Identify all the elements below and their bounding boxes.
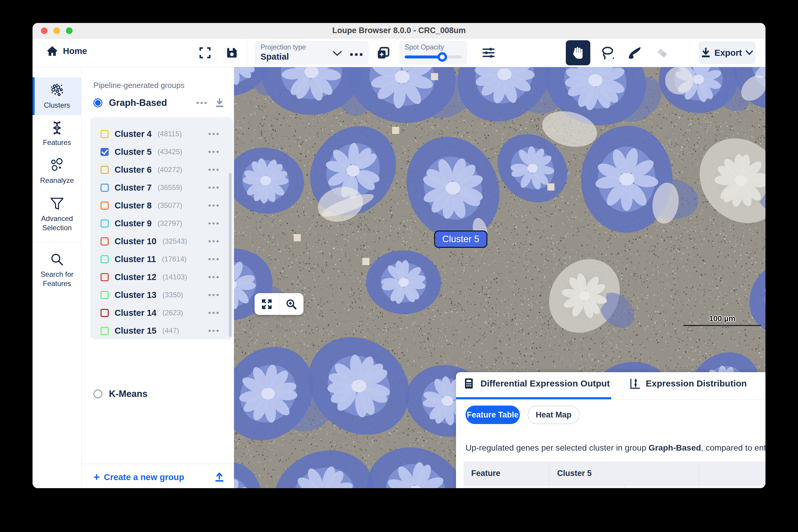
cluster-more-button[interactable]: ●●● <box>208 238 220 244</box>
export-button[interactable]: Export <box>699 41 755 64</box>
cluster-more-button[interactable]: ●●● <box>208 310 220 316</box>
spatial-view[interactable]: Cluster 5 100 µm Differential Expression… <box>234 67 765 488</box>
cluster-row[interactable]: Cluster 8(35077)●●● <box>101 196 233 214</box>
dna-icon <box>50 120 65 135</box>
cluster-row[interactable]: Cluster 9(32797)●●● <box>101 214 233 232</box>
cluster-checkbox[interactable] <box>101 202 109 210</box>
chevron-down-icon <box>745 50 753 55</box>
cluster-count: (17614) <box>162 255 187 263</box>
eraser-icon <box>656 46 669 59</box>
scale-bar: 100 µm <box>684 314 761 326</box>
cluster-row[interactable]: Cluster 13(3350)●●● <box>101 286 233 304</box>
home-button[interactable]: Home <box>46 45 87 57</box>
cluster-checkbox[interactable] <box>101 327 109 335</box>
cluster-row[interactable]: Cluster 14(2623)●●● <box>101 304 233 322</box>
radio-unselected-icon[interactable] <box>93 390 102 398</box>
brush-tool-button[interactable] <box>622 40 647 65</box>
column-pvalue[interactable]: P-Value? <box>625 486 699 488</box>
save-icon[interactable] <box>226 47 238 59</box>
download-group-icon[interactable] <box>215 98 225 108</box>
sidebar-item-clusters[interactable]: Clusters <box>33 77 81 115</box>
cluster-checkbox[interactable] <box>101 184 109 192</box>
cluster-more-button[interactable]: ●●● <box>208 274 220 280</box>
window-title: Loupe Browser 8.0.0 - CRC_008um <box>332 26 466 35</box>
new-window-icon[interactable] <box>376 46 390 60</box>
pan-tool-button[interactable] <box>566 40 590 65</box>
plus-icon: + <box>93 471 100 483</box>
download-icon <box>701 48 711 58</box>
cluster-row[interactable]: Cluster 7(36559)●●● <box>101 178 233 196</box>
zoom-in-button[interactable] <box>279 293 304 315</box>
minimize-window-button[interactable] <box>53 27 60 34</box>
cluster-row[interactable]: Cluster 10(32543)●●● <box>101 232 233 250</box>
feature-table-toggle[interactable]: Feature Table <box>466 405 520 424</box>
cluster-more-button[interactable]: ●●● <box>208 256 220 262</box>
cluster-checkbox[interactable] <box>101 130 109 138</box>
slider-thumb[interactable] <box>437 52 447 62</box>
projection-more-button[interactable]: ●●● <box>349 51 364 58</box>
upload-icon[interactable] <box>214 472 225 482</box>
cluster-list-scrollbar[interactable] <box>229 173 232 337</box>
chevron-down-icon <box>332 50 342 57</box>
lasso-tool-button[interactable] <box>595 40 619 65</box>
cluster-count: (48115) <box>158 130 182 138</box>
eraser-tool-button[interactable] <box>650 40 674 65</box>
group-kmeans[interactable]: K-Means <box>93 388 147 399</box>
search-icon <box>49 252 65 267</box>
cluster-row[interactable]: Cluster 5(43425)●●● <box>101 143 233 161</box>
sidebar-item-search-features[interactable]: Search for Features <box>33 246 81 293</box>
cluster-checkbox[interactable] <box>101 238 109 245</box>
fit-view-button[interactable] <box>255 293 279 315</box>
clusters-icon <box>49 82 65 98</box>
cluster-name: Cluster 7 <box>114 183 151 193</box>
column-l2fc[interactable]: L2FC? <box>549 486 625 488</box>
sidebar-item-reanalyze[interactable]: Reanalyze <box>33 152 81 190</box>
cluster-more-button[interactable]: ●●● <box>208 149 220 155</box>
cluster-row[interactable]: Cluster 15(447)●●● <box>101 322 233 339</box>
cluster-checkbox[interactable] <box>101 309 109 317</box>
cluster-more-button[interactable]: ●●● <box>208 292 220 298</box>
view-settings-icon[interactable] <box>482 46 495 59</box>
spot-opacity-slider[interactable] <box>405 55 462 58</box>
cluster-checkbox[interactable] <box>101 255 109 263</box>
brush-icon <box>628 46 641 60</box>
radio-selected-icon[interactable] <box>93 98 102 107</box>
cluster-more-button[interactable]: ●●● <box>208 328 220 334</box>
cluster-count: (40272) <box>158 166 182 174</box>
fullscreen-icon[interactable] <box>199 47 211 59</box>
cluster-more-button[interactable]: ●●● <box>208 131 220 137</box>
tab-expression-distribution[interactable]: Expression Distribution <box>629 378 747 390</box>
zoom-window-button[interactable] <box>66 27 73 34</box>
heat-map-toggle[interactable]: Heat Map <box>528 405 580 424</box>
cluster-row[interactable]: Cluster 12(14103)●●● <box>101 268 233 286</box>
cluster-count: (3350) <box>162 291 183 299</box>
group-graph-based[interactable]: Graph-Based ●●● <box>93 97 225 108</box>
sidebar-item-advanced-selection[interactable]: Advanced Selection <box>33 191 81 238</box>
titlebar: Loupe Browser 8.0.0 - CRC_008um <box>33 23 765 38</box>
cluster-checkbox[interactable] <box>101 220 109 228</box>
cluster-checkbox[interactable] <box>101 291 109 299</box>
cluster-more-button[interactable]: ●●● <box>208 185 220 191</box>
table-group-header: Feature Cluster 5 <box>464 462 765 485</box>
tab-differential-expression-output[interactable]: Differential Expression Output <box>464 378 610 390</box>
cluster-row[interactable]: Cluster 6(40272)●●● <box>101 161 233 178</box>
cluster-checkbox[interactable] <box>101 166 109 174</box>
active-tab-underline <box>456 397 611 399</box>
cluster-row[interactable]: Cluster 4(48115)●●● <box>101 125 233 143</box>
sidebar-item-features[interactable]: Features <box>33 115 81 152</box>
cluster-more-button[interactable]: ●●● <box>208 167 220 173</box>
cluster-checkbox[interactable] <box>101 273 109 281</box>
cluster-more-button[interactable]: ●●● <box>208 203 220 208</box>
cluster-count: (32543) <box>162 237 187 245</box>
cluster-row[interactable]: Cluster 11(17614)●●● <box>101 250 233 268</box>
projection-type-dropdown[interactable]: Projection type Spatial ●●● <box>255 41 368 65</box>
table-description: Up-regulated genes per selected cluster … <box>466 443 765 453</box>
cluster-name: Cluster 8 <box>114 201 151 211</box>
cluster-more-button[interactable]: ●●● <box>208 221 220 226</box>
group-more-button[interactable]: ●●● <box>196 100 208 106</box>
close-window-button[interactable] <box>41 27 48 34</box>
differential-expression-panel: Differential Expression Output Expressio… <box>456 372 765 488</box>
create-new-group-button[interactable]: + Create a new group <box>93 468 225 487</box>
cluster-checkbox-checked[interactable] <box>101 148 109 156</box>
expand-icon <box>261 298 273 310</box>
